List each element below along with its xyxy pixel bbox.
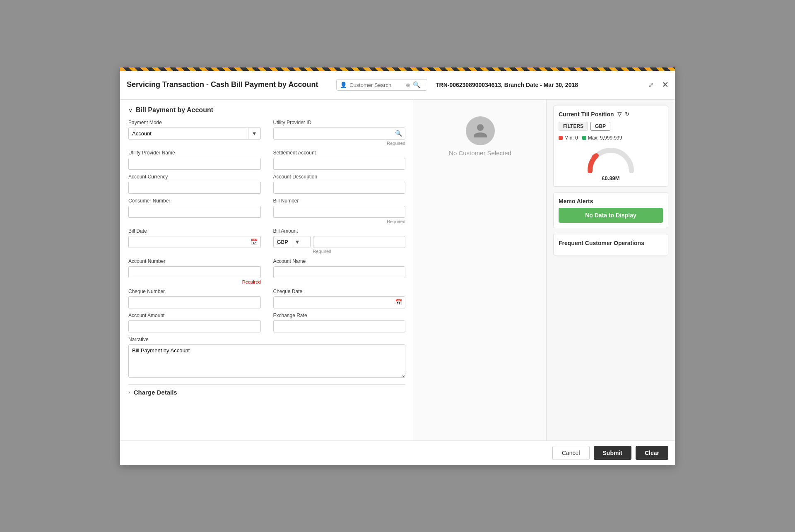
- modal-header: Servicing Transaction - Cash Bill Paymen…: [120, 71, 675, 100]
- account-description-label: Account Description: [273, 174, 406, 180]
- section-header: ∨ Bill Payment by Account: [128, 106, 405, 114]
- settlement-account-label: Settlement Account: [273, 150, 406, 156]
- exchange-rate-group: Exchange Rate 1: [273, 313, 406, 332]
- frequent-operations-section: Frequent Customer Operations: [553, 234, 668, 255]
- consumer-number-group: Consumer Number: [128, 198, 261, 224]
- charge-header[interactable]: › Charge Details: [128, 389, 405, 396]
- warning-stripe: [120, 67, 675, 71]
- account-number-input[interactable]: [128, 266, 261, 278]
- memo-alerts-section: Memo Alerts No Data to Display: [553, 193, 668, 228]
- utility-provider-id-group: Utility Provider ID 🔍 Required: [273, 120, 406, 146]
- cheque-number-label: Cheque Number: [128, 289, 261, 294]
- bill-number-input[interactable]: [273, 206, 406, 218]
- settlement-account-group: Settlement Account: [273, 150, 406, 170]
- no-customer-text: No Customer Selected: [449, 149, 511, 156]
- charge-section: › Charge Details: [128, 384, 405, 396]
- bill-amount-label: Bill Amount: [273, 228, 406, 234]
- search-button[interactable]: 🔍: [413, 81, 421, 89]
- frequent-operations-title: Frequent Customer Operations: [559, 239, 663, 247]
- form-grid: Payment Mode Account ▼ Utility Provider …: [128, 120, 405, 378]
- max-dot: [582, 136, 586, 140]
- bill-amount-currency-row: GBP ▼ Required: [273, 236, 406, 254]
- cheque-date-input-wrapper: 📅: [273, 296, 406, 308]
- modal-footer: Cancel Submit Clear: [120, 441, 675, 465]
- bill-number-required: Required: [273, 219, 406, 224]
- cheque-date-input[interactable]: [273, 296, 406, 308]
- utility-search-icon[interactable]: 🔍: [395, 130, 402, 137]
- payment-mode-label: Payment Mode: [128, 120, 261, 125]
- narrative-label: Narrative: [128, 337, 405, 342]
- account-name-input[interactable]: [273, 266, 406, 278]
- account-currency-group: Account Currency: [128, 174, 261, 194]
- currency-tag[interactable]: GBP: [590, 122, 610, 131]
- payment-mode-select-wrapper[interactable]: Account ▼: [128, 128, 261, 140]
- cancel-button[interactable]: Cancel: [552, 446, 590, 460]
- cheque-date-calendar-icon[interactable]: 📅: [395, 299, 402, 306]
- middle-panel: No Customer Selected: [414, 100, 547, 441]
- bill-date-calendar-icon[interactable]: 📅: [251, 238, 258, 245]
- account-amount-input[interactable]: [128, 320, 261, 332]
- bill-amount-value-group: Required: [313, 236, 406, 254]
- svg-point-0: [592, 154, 596, 159]
- bill-amount-currency-select[interactable]: GBP: [274, 236, 292, 248]
- cheque-number-group: Cheque Number: [128, 289, 261, 308]
- no-data-button[interactable]: No Data to Display: [559, 208, 663, 223]
- current-till-title: Current Till Position ▽ ↻: [559, 111, 663, 118]
- current-till-section: Current Till Position ▽ ↻ FILTERS GBP Mi…: [553, 106, 668, 187]
- gauge-container: £0.89M: [559, 144, 663, 181]
- close-button[interactable]: ✕: [662, 80, 668, 89]
- refresh-icon[interactable]: ↻: [625, 111, 629, 117]
- account-amount-label: Account Amount: [128, 313, 261, 318]
- expand-button[interactable]: ⤢: [648, 81, 654, 89]
- bill-amount-currency-arrow-icon[interactable]: ▼: [292, 236, 303, 248]
- section-toggle-button[interactable]: ∨: [128, 107, 132, 113]
- account-number-required: Required: [128, 279, 261, 284]
- clear-button[interactable]: Clear: [636, 446, 668, 460]
- right-panel: Current Till Position ▽ ↻ FILTERS GBP Mi…: [547, 100, 675, 441]
- consumer-number-input[interactable]: [128, 206, 261, 218]
- left-panel: ∨ Bill Payment by Account Payment Mode A…: [120, 100, 414, 441]
- customer-search-input[interactable]: [349, 82, 403, 88]
- trn-info: TRN-0062308900034613, Branch Date - Mar …: [436, 82, 637, 88]
- payment-mode-arrow-icon[interactable]: ▼: [248, 128, 260, 139]
- exchange-rate-input[interactable]: 1: [273, 320, 406, 332]
- bill-amount-currency-select-wrapper[interactable]: GBP ▼: [273, 236, 311, 248]
- min-max-row: Min: 0 Max: 9,999,999: [559, 135, 663, 141]
- min-value: Min: 0: [564, 135, 578, 141]
- clear-search-icon[interactable]: ⊗: [406, 82, 410, 88]
- account-currency-input[interactable]: [128, 182, 261, 194]
- section-title: Bill Payment by Account: [136, 106, 213, 114]
- narrative-textarea[interactable]: Bill Payment by Account: [128, 344, 405, 378]
- customer-search-bar[interactable]: 👤 ⊗ 🔍: [336, 79, 427, 91]
- submit-button[interactable]: Submit: [594, 446, 631, 460]
- settlement-account-input[interactable]: [273, 158, 406, 170]
- filters-tag[interactable]: FILTERS: [559, 122, 588, 131]
- filters-row: FILTERS GBP: [559, 122, 663, 131]
- utility-provider-id-input[interactable]: [273, 128, 406, 140]
- bill-amount-input[interactable]: [313, 236, 406, 248]
- utility-provider-name-group: Utility Provider Name: [128, 150, 261, 170]
- account-description-group: Account Description: [273, 174, 406, 194]
- filter-icon[interactable]: ▽: [617, 111, 622, 117]
- cheque-number-input[interactable]: [128, 296, 261, 308]
- payment-mode-select[interactable]: Account: [129, 128, 248, 139]
- account-number-group: Account Number Required: [128, 258, 261, 284]
- person-silhouette-icon: [472, 123, 489, 139]
- account-number-label: Account Number: [128, 258, 261, 264]
- min-dot: [559, 136, 563, 140]
- utility-provider-name-label: Utility Provider Name: [128, 150, 261, 156]
- utility-provider-name-input[interactable]: [128, 158, 261, 170]
- charge-expand-icon[interactable]: ›: [128, 389, 130, 395]
- exchange-rate-label: Exchange Rate: [273, 313, 406, 318]
- customer-avatar: [466, 116, 495, 145]
- current-till-title-text: Current Till Position: [559, 111, 614, 118]
- min-label: Min: 0: [559, 135, 578, 141]
- account-description-input[interactable]: [273, 182, 406, 194]
- bill-date-label: Bill Date: [128, 228, 261, 234]
- gauge-value: £0.89M: [559, 175, 663, 181]
- modal-overlay: Servicing Transaction - Cash Bill Paymen…: [0, 0, 795, 532]
- bill-date-input[interactable]: March 30, 2018: [128, 236, 261, 248]
- modal-title: Servicing Transaction - Cash Bill Paymen…: [127, 80, 328, 89]
- bill-amount-required: Required: [313, 249, 332, 254]
- cheque-date-label: Cheque Date: [273, 289, 406, 294]
